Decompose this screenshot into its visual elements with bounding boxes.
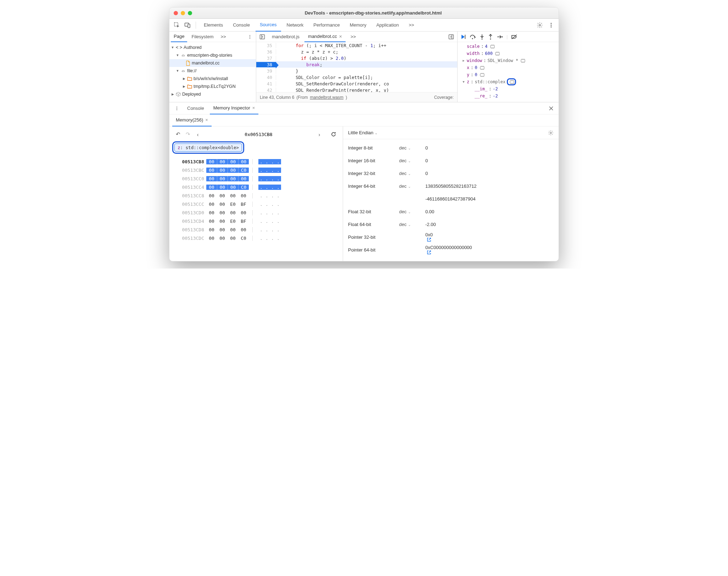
deactivate-breakpoints-icon[interactable] [511,34,517,39]
hex-row[interactable]: 00513CC4000000C0.... [172,183,340,191]
hex-row[interactable]: 00513CC800000000.... [172,191,340,200]
step-out-icon[interactable] [488,34,493,40]
main-tab-performance[interactable]: Performance [309,19,344,32]
navigator-sidebar: Page Filesystem >> ▼< >Authored ▼emscrip… [169,32,256,102]
more-side-tabs[interactable]: >> [218,32,229,42]
scope-variable[interactable]: x: 0 [460,64,556,71]
address-input[interactable] [204,130,313,139]
filesystem-tab[interactable]: Filesystem [189,32,216,42]
tree-deployed[interactable]: ▶Deployed [169,90,256,98]
drawer-memory-inspector-tab[interactable]: Memory Inspector× [210,102,259,114]
settings-icon[interactable] [535,21,544,30]
code-line[interactable]: 35 for (; i < MAX_ITER_COUNT - 1; i++ [256,42,457,49]
close-buffer-tab-icon[interactable]: × [205,117,208,123]
hex-row[interactable]: 00513CDC000000C0.... [172,234,340,242]
memory-buffer-tab[interactable]: Memory(256)× [172,114,212,126]
hex-table[interactable]: 00513CB800000000....00513CBC000000C0....… [172,157,340,242]
refresh-icon[interactable] [331,131,338,137]
open-link-icon[interactable] [425,237,554,242]
svg-rect-47 [480,67,484,69]
hex-row[interactable]: 00513CBC000000C0.... [172,166,340,174]
tree-folder-2[interactable]: ▶tmp/tmp.ELcTq2YGN [169,83,256,90]
maximize-window-button[interactable] [188,11,192,15]
tree-authored[interactable]: ▼< >Authored [169,44,256,51]
scope-variable[interactable]: ▶window: SDL_Window * [460,57,556,64]
main-tab-network[interactable]: Network [282,19,308,32]
editor-more-tabs[interactable]: >> [347,32,359,42]
value-format-select[interactable]: dec ⌄ [399,183,420,189]
drawer-kebab-icon[interactable] [172,104,181,113]
reveal-in-memory-icon[interactable] [479,73,485,77]
drawer-console-tab[interactable]: Console [184,102,208,114]
minimize-window-button[interactable] [181,11,185,15]
hex-row[interactable]: 00513CD000000000.... [172,208,340,217]
reveal-in-memory-icon[interactable] [494,51,500,56]
svg-point-75 [177,108,177,108]
main-tab-sources[interactable]: Sources [256,19,281,32]
main-tab-application[interactable]: Application [372,19,403,32]
tree-folder-1[interactable]: ▶b/s/w/ir/x/w/install [169,75,256,83]
address-back-icon[interactable]: ‹ [194,131,201,137]
hex-row[interactable]: 00513CD40000E0BF.... [172,217,340,225]
tree-file-mandelbrot[interactable]: mandelbrot.cc [169,59,256,67]
scope-variable[interactable]: scale: 4 [460,43,556,50]
scope-variable[interactable]: __im_: -2 [460,85,556,92]
value-format-select[interactable]: dec ⌄ [399,158,420,163]
toggle-debugger-icon[interactable] [447,32,456,41]
tree-file-scheme[interactable]: ▼file:// [169,67,256,75]
close-drawer-tab-icon[interactable]: × [252,105,255,111]
hex-row[interactable]: 00513CCC0000E0BF.... [172,200,340,208]
redo-icon[interactable]: ↷ [184,131,191,137]
main-tab-console[interactable]: Console [229,19,254,32]
code-line[interactable]: 42 SDL_RenderDrawPoint(renderer, x, y) [256,87,457,92]
close-window-button[interactable] [174,11,178,15]
hex-row[interactable]: 00513CD800000000.... [172,225,340,234]
code-line[interactable]: 37 if (abs(z) > 2.0) [256,55,457,61]
reveal-in-memory-icon[interactable] [479,66,485,70]
reveal-in-memory-icon[interactable] [520,58,525,63]
scope-variable[interactable]: y: 0 [460,71,556,78]
scope-variable[interactable]: ▼z: std::complex [460,78,556,85]
reveal-in-memory-icon[interactable] [489,44,495,49]
code-line[interactable]: 36 z = z * z + c; [256,49,457,55]
code-area[interactable]: 35 for (; i < MAX_ITER_COUNT - 1; i++36 … [256,42,457,92]
hex-row[interactable]: 00513CB800000000.... [172,157,340,166]
editor-tab-cc[interactable]: mandelbrot.cc× [304,32,346,42]
code-line[interactable]: 38 break; [256,61,457,68]
side-kebab-icon[interactable] [245,32,254,41]
toggle-navigator-icon[interactable] [258,32,267,41]
source-map-link[interactable]: mandelbrot.wasm [310,95,343,100]
page-tab[interactable]: Page [171,32,187,42]
close-drawer-icon[interactable] [547,104,556,113]
code-line[interactable]: 40 SDL_Color color = palette[i]; [256,74,457,80]
main-tab-memory[interactable]: Memory [346,19,371,32]
kebab-menu-icon[interactable] [547,21,556,30]
main-tab-elements[interactable]: Elements [200,19,227,32]
hex-row[interactable]: 00513CC000000000.... [172,174,340,183]
address-forward-icon[interactable]: › [316,131,323,137]
step-into-icon[interactable] [480,34,485,40]
object-highlight-chip[interactable]: z: std::complex<double> [172,141,244,154]
inspect-icon[interactable] [172,21,181,30]
value-format-select[interactable]: dec ⌄ [399,222,420,227]
step-icon[interactable] [497,34,503,39]
endianness-select[interactable]: Little Endian ⌄ [348,130,377,135]
editor-tab-js[interactable]: mandelbrot.js [268,32,303,42]
scope-variable[interactable]: width: 600 [460,50,556,57]
reveal-in-memory-icon[interactable] [507,78,516,85]
more-tabs-button[interactable]: >> [404,19,418,32]
scope-variable[interactable]: __re_: -2 [460,92,556,100]
value-format-select[interactable]: dec ⌄ [399,209,420,214]
step-over-icon[interactable] [470,34,476,40]
open-link-icon[interactable] [425,250,554,255]
value-format-select[interactable]: dec ⌄ [399,145,420,151]
tree-repo[interactable]: ▼emscripten-dbg-stories [169,51,256,59]
device-toolbar-icon[interactable] [183,21,192,30]
value-settings-icon[interactable] [548,130,554,136]
code-line[interactable]: 41 SDL_SetRenderDrawColor(renderer, co [256,80,457,87]
value-format-select[interactable]: dec ⌄ [399,171,420,176]
undo-icon[interactable]: ↶ [174,131,181,137]
code-line[interactable]: 39 } [256,68,457,74]
resume-icon[interactable] [460,34,466,40]
close-tab-icon[interactable]: × [339,34,342,39]
